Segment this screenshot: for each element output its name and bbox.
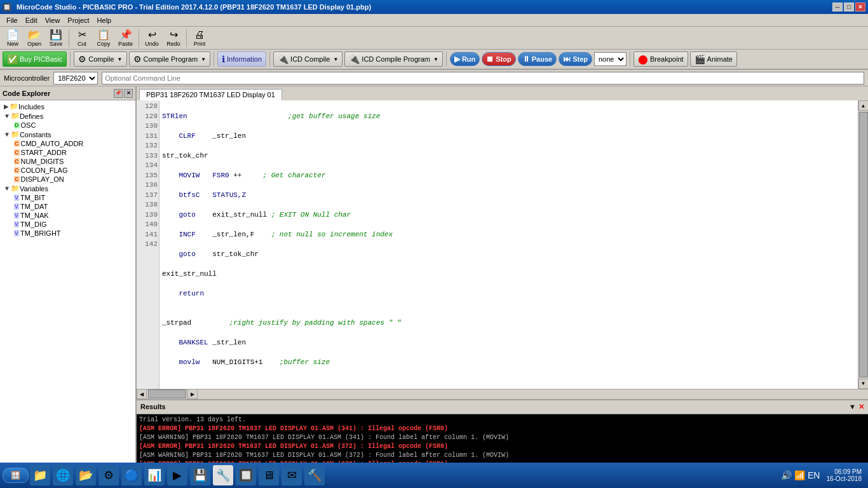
tree-cmd-auto-addr[interactable]: C CMD_AUTO_ADDR [1,139,134,148]
maximize-button[interactable]: □ [844,3,854,11]
tree-tm-bit[interactable]: V TM_BIT [1,193,134,202]
tree-colon-flag[interactable]: C COLON_FLAG [1,166,134,175]
hscroll-thumb[interactable] [148,390,186,398]
cut-icon: ✂ [78,29,86,41]
paste-button[interactable]: 📌 Paste [115,27,136,49]
taskbar-ie[interactable]: 🔵 [121,465,142,485]
menu-file[interactable]: File [3,15,22,25]
undo-button[interactable]: ↩ Undo [142,27,162,49]
buy-picbasic-button[interactable]: ✅ Buy PICBasic [3,51,67,67]
scroll-thumb[interactable] [859,112,868,377]
line-num-131: 131 [138,132,158,142]
save-icon: 💾 [50,29,62,41]
compile-program-button[interactable]: ⚙ Compile Program ▼ [129,51,211,67]
tree-constants-folder[interactable]: ▼ 📁 Constants [1,130,134,139]
app-container: 🔲 MicroCode Studio - PICBASIC PRO - Tria… [0,0,868,488]
tree-tm-bright[interactable]: V TM_BRIGHT [1,229,134,238]
sidebar-close-button[interactable]: ✕ [124,89,133,98]
tm-nak-icon: V [14,212,19,219]
cut-button[interactable]: ✂ Cut [72,27,92,49]
defines-label: Defines [20,112,43,120]
results-dropdown-arrow[interactable]: ▼ [849,403,856,410]
tree-tm-nak[interactable]: V TM_NAK [1,211,134,220]
taskbar-tools[interactable]: 🔨 [304,465,325,485]
new-button[interactable]: 📄 New [3,27,23,49]
line-num-128: 128 [138,102,158,112]
editor-horizontal-scrollbar[interactable]: ◀ ▶ [137,389,868,399]
code-editor[interactable]: STRlen ;get buffer usage size CLRF _str_… [159,100,858,389]
hscroll-left-arrow[interactable]: ◀ [137,389,147,399]
icd-compile-button[interactable]: 🔌 ICD Compile ▼ [273,51,342,67]
taskbar-mail[interactable]: ✉ [281,465,302,485]
hscroll-right-arrow[interactable]: ▶ [187,389,198,399]
mid-area: Code Explorer 📌 ✕ ▶ 📁 Includes [0,86,868,488]
menu-view[interactable]: View [41,15,64,25]
taskbar-storage[interactable]: 💾 [190,465,210,485]
code-line-133: goto exit_str_null ; EXIT ON Null char [162,210,855,220]
menu-edit[interactable]: Edit [22,15,41,25]
results-title: Results [140,403,166,410]
editor-tab-main[interactable]: PBP31 18F2620 TM1637 LED Display 01 [139,89,282,100]
tree-osc[interactable]: D OSC [1,121,134,130]
tree-variables-folder[interactable]: ▼ 📁 Variables [1,184,134,193]
toolbar2-separator-1 [70,51,71,67]
optional-command-line-input[interactable] [102,72,864,85]
none-select[interactable]: none [594,52,627,66]
taskbar-explorer[interactable]: 📂 [76,465,96,485]
clock-time: 06:09 PM [826,468,862,475]
taskbar-media[interactable]: ▶ [167,465,187,485]
tree-tm-dat[interactable]: V TM_DAT [1,202,134,211]
copy-button[interactable]: 📋 Copy [93,27,114,49]
tree-defines-folder[interactable]: ▼ 📁 Defines [1,111,134,121]
mc-bar: Microcontroller 18F2620 [0,70,868,86]
run-button[interactable]: ▶ Run [450,52,480,66]
menu-help[interactable]: Help [93,15,116,25]
scroll-up-arrow[interactable]: ▲ [858,100,869,111]
variables-folder-icon: 📁 [11,184,20,193]
stop-button[interactable]: ⏹ Stop [482,52,515,66]
taskbar-pickit[interactable]: 🔧 [213,465,233,485]
taskbar-settings[interactable]: ⚙ [98,465,119,485]
taskbar-chip[interactable]: 🔲 [236,465,256,485]
open-button[interactable]: 📂 Open [24,27,44,49]
cmd-auto-addr-icon: C [14,140,20,147]
icd-compile-program-button[interactable]: 🔌 ICD Compile Program ▼ [344,51,443,67]
code-line-128: STRlen ;get buffer usage size [162,112,855,122]
tm-dig-label: TM_DIG [20,220,47,228]
results-close-button[interactable]: ✕ [858,403,864,411]
print-button[interactable]: 🖨 Print [189,27,210,49]
sidebar-pin-button[interactable]: 📌 [114,89,123,98]
close-button[interactable]: ✕ [855,3,865,11]
compile-program-dropdown-arrow: ▼ [201,57,206,62]
scroll-down-arrow[interactable]: ▼ [858,379,869,389]
redo-button[interactable]: ↪ Redo [163,27,184,49]
step-button[interactable]: ⏭ Step [559,52,592,66]
line-num-140: 140 [138,220,158,230]
tree-start-addr[interactable]: C START_ADDR [1,148,134,157]
undo-icon: ↩ [148,29,156,41]
editor-body: 128 129 130 131 132 133 134 135 136 137 [137,100,868,389]
tree-display-on[interactable]: C DISPLAY_ON [1,175,134,184]
taskbar-excel[interactable]: 📊 [144,465,165,485]
result-line-4: [ASM WARNING] PBP31 18F2620 TM1637 LED D… [139,451,865,460]
tree-includes-folder[interactable]: ▶ 📁 Includes [1,102,134,111]
animate-button[interactable]: 🎬 Animate [690,51,737,67]
tree-num-digits[interactable]: C NUM_DIGITS [1,157,134,166]
cmd-auto-addr-label: CMD_AUTO_ADDR [21,140,84,147]
start-button[interactable]: 🪟 [3,468,29,483]
mc-select[interactable]: 18F2620 [53,72,98,85]
save-button[interactable]: 💾 Save [46,27,66,49]
pause-button[interactable]: ⏸ Pause [518,52,557,66]
taskbar-monitor[interactable]: 🖥 [259,465,279,485]
taskbar-file-manager[interactable]: 📁 [30,465,50,485]
title-bar: 🔲 MicroCode Studio - PICBASIC PRO - Tria… [0,0,868,14]
minimize-button[interactable]: ─ [832,3,843,11]
menu-project[interactable]: Project [64,15,93,25]
breakpoint-button[interactable]: ⬤ Breakpoint [634,51,688,67]
editor-vertical-scrollbar[interactable]: ▲ ▼ [858,100,868,389]
tree-tm-dig[interactable]: V TM_DIG [1,220,134,229]
toolbar2-separator-2 [214,51,214,67]
compile-button[interactable]: ⚙ Compile ▼ [74,51,126,67]
taskbar-chrome[interactable]: 🌐 [53,465,73,485]
information-button[interactable]: ℹ Information [217,51,266,67]
